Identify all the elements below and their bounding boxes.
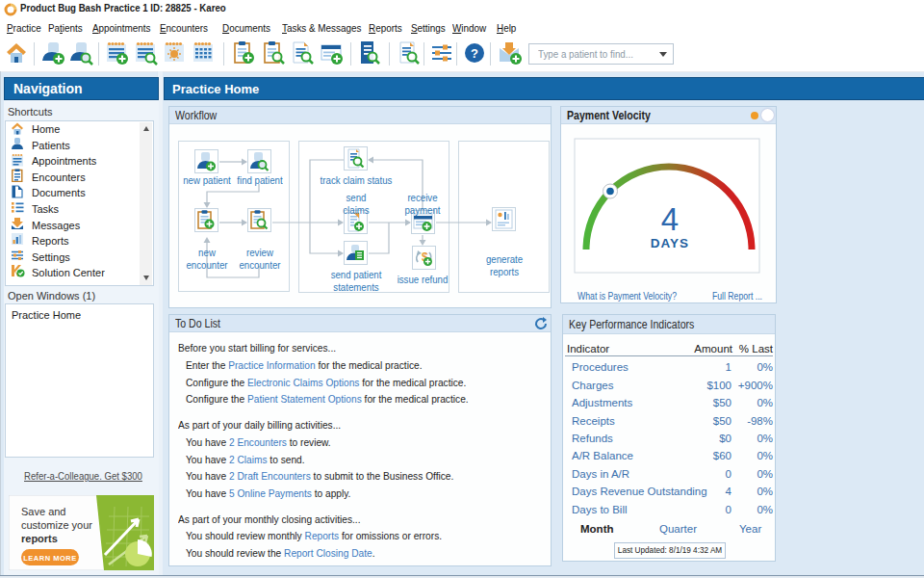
svg-text:Save and: Save and (21, 506, 65, 517)
svg-text:reports: reports (21, 533, 58, 544)
svg-text:?: ? (471, 46, 478, 61)
svg-text:DAYS: DAYS (651, 236, 689, 250)
svg-text:Full Report ...: Full Report ... (712, 290, 762, 302)
svg-text:LEARN MORE: LEARN MORE (23, 554, 76, 563)
svg-text:What is Payment Velocity?: What is Payment Velocity? (578, 290, 677, 302)
svg-text:customize your: customize your (21, 519, 92, 531)
svg-text:4: 4 (661, 201, 679, 237)
